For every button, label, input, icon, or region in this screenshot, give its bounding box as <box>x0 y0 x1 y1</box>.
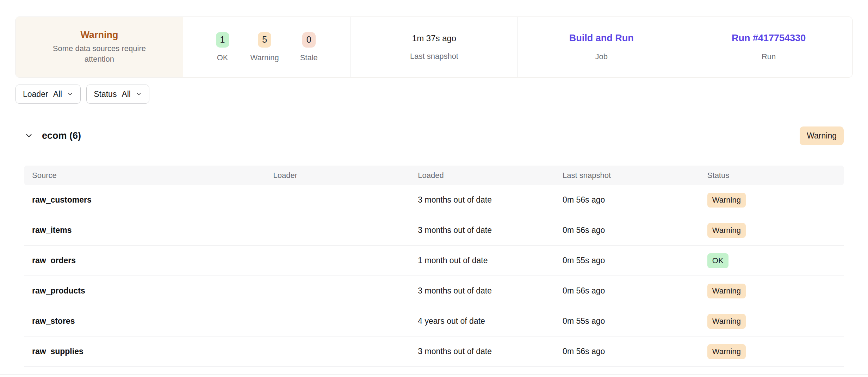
group-title: ecom (6) <box>42 130 81 141</box>
status-filter-label: Status <box>94 89 117 99</box>
job-label: Job <box>595 52 608 61</box>
status-badge: Warning <box>707 193 746 208</box>
overall-status-subtitle: Some data sources require attention <box>43 43 156 64</box>
status-badge: Warning <box>707 344 746 359</box>
cell-last-snapshot: 0m 56s ago <box>563 286 707 296</box>
summary-strip: Warning Some data sources require attent… <box>16 17 852 78</box>
cell-last-snapshot: 0m 56s ago <box>563 195 707 205</box>
cell-loaded: 1 month out of date <box>418 256 563 265</box>
status-count-value-badge: 1 <box>216 32 229 48</box>
group-header-ecom: ecom (6) Warning <box>16 125 852 146</box>
chevron-down-icon <box>67 91 73 97</box>
status-count-label: Stale <box>300 53 318 62</box>
run-link[interactable]: Run #417754330 <box>732 33 806 44</box>
cell-source: raw_products <box>32 286 273 296</box>
status-count: 0 Stale <box>300 32 318 62</box>
page: Warning Some data sources require attent… <box>0 17 868 367</box>
last-snapshot-value: 1m 37s ago <box>412 33 456 43</box>
cell-last-snapshot: 0m 55s ago <box>563 256 707 265</box>
column-header-source: Source <box>32 171 273 180</box>
bottom-divider <box>0 374 868 375</box>
group-toggle-ecom[interactable]: ecom (6) <box>24 130 81 141</box>
cell-loaded: 3 months out of date <box>418 195 563 205</box>
job-link[interactable]: Build and Run <box>569 33 634 44</box>
group-status-badge: Warning <box>800 126 844 145</box>
table-row[interactable]: raw_supplies 3 months out of date 0m 56s… <box>24 336 844 367</box>
status-count-value-badge: 5 <box>258 32 271 48</box>
status-count-label: OK <box>217 53 228 62</box>
cell-loaded: 3 months out of date <box>418 286 563 296</box>
cell-last-snapshot: 0m 56s ago <box>563 225 707 235</box>
table-row[interactable]: raw_items 3 months out of date 0m 56s ag… <box>24 215 844 246</box>
status-badge: Warning <box>707 284 746 298</box>
cell-loaded: 3 months out of date <box>418 347 563 356</box>
column-header-last-snapshot: Last snapshot <box>563 171 707 180</box>
loader-filter-dropdown[interactable]: Loader All <box>16 85 81 104</box>
chevron-down-icon <box>136 91 142 97</box>
chevron-down-icon[interactable] <box>24 131 33 140</box>
run-card: Run #417754330 Run <box>685 17 852 77</box>
status-count: 1 OK <box>216 32 229 62</box>
table-row[interactable]: raw_stores 4 years out of date 0m 55s ag… <box>24 306 844 336</box>
table-row[interactable]: raw_orders 1 month out of date 0m 55s ag… <box>24 246 844 276</box>
table-body: raw_customers 3 months out of date 0m 56… <box>24 185 844 367</box>
filter-bar: Loader All Status All <box>16 85 852 104</box>
run-label: Run <box>762 52 776 61</box>
cell-last-snapshot: 0m 56s ago <box>563 347 707 356</box>
last-snapshot-label: Last snapshot <box>410 52 458 61</box>
column-header-loader: Loader <box>273 171 418 180</box>
cell-source: raw_orders <box>32 256 273 265</box>
sources-table: Source Loader Loaded Last snapshot Statu… <box>24 166 844 367</box>
column-header-status: Status <box>707 171 836 180</box>
overall-status-card: Warning Some data sources require attent… <box>16 17 183 77</box>
loader-filter-value: All <box>53 89 62 99</box>
table-row[interactable]: raw_customers 3 months out of date 0m 56… <box>24 185 844 215</box>
status-count-value-badge: 0 <box>302 32 316 48</box>
loader-filter-label: Loader <box>23 89 48 99</box>
status-counts-card: 1 OK 5 Warning 0 Stale <box>183 17 351 77</box>
job-card: Build and Run Job <box>517 17 685 77</box>
cell-loaded: 3 months out of date <box>418 225 563 235</box>
status-count: 5 Warning <box>250 32 279 62</box>
status-counts: 1 OK 5 Warning 0 Stale <box>216 32 318 62</box>
cell-source: raw_supplies <box>32 347 273 356</box>
last-snapshot-card: 1m 37s ago Last snapshot <box>351 17 518 77</box>
column-header-loaded: Loaded <box>418 171 563 180</box>
cell-source: raw_items <box>32 225 273 235</box>
table-row[interactable]: raw_products 3 months out of date 0m 56s… <box>24 276 844 306</box>
status-badge: Warning <box>707 223 746 238</box>
cell-last-snapshot: 0m 55s ago <box>563 316 707 326</box>
overall-status-title: Warning <box>80 30 118 41</box>
cell-source: raw_stores <box>32 316 273 326</box>
cell-source: raw_customers <box>32 195 273 205</box>
status-badge: OK <box>707 253 728 268</box>
status-filter-dropdown[interactable]: Status All <box>86 85 149 104</box>
cell-loaded: 4 years out of date <box>418 316 563 326</box>
status-badge: Warning <box>707 314 746 329</box>
status-count-label: Warning <box>250 53 279 62</box>
status-filter-value: All <box>122 89 131 99</box>
table-header-row: Source Loader Loaded Last snapshot Statu… <box>24 166 844 185</box>
